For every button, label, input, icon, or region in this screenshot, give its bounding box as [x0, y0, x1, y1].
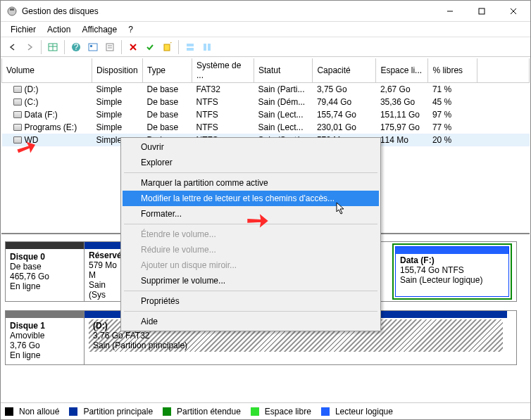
layout2-icon[interactable] [199, 39, 215, 55]
legend-swatch [5, 407, 13, 416]
close-button[interactable] [497, 1, 529, 21]
volume-row[interactable]: Programs (E:)SimpleDe baseNTFSSain (Lect… [2, 121, 530, 134]
svg-text:?: ? [74, 42, 79, 52]
column-header[interactable]: Statut [254, 58, 313, 83]
back-button[interactable] [5, 39, 20, 55]
menubar: FichierActionAffichage? [1, 22, 530, 37]
volume-icon [13, 98, 22, 106]
volume-icon [13, 124, 22, 131]
partition-primary[interactable]: Réservé579 Mo MSain (Sys [85, 242, 124, 301]
svg-rect-11 [89, 44, 97, 51]
context-menu: OuvrirExplorerMarquer la partition comme… [120, 137, 381, 331]
minimize-button[interactable] [434, 1, 466, 21]
context-menu-item[interactable]: Explorer [123, 155, 379, 170]
context-menu-item[interactable]: Modifier la lettre de lecteur et les che… [123, 191, 379, 206]
context-menu-item[interactable]: Propriétés [123, 293, 379, 309]
column-header[interactable]: Disposition [92, 58, 143, 83]
window-title: Gestion des disques [22, 6, 434, 16]
volume-row[interactable]: (D:)SimpleDe baseFAT32Sain (Parti...3,75… [2, 83, 530, 96]
volume-row[interactable]: Data (F:)SimpleDe baseNTFSSain (Lect...1… [2, 108, 530, 121]
svg-rect-22 [204, 44, 206, 51]
column-header[interactable]: Espace li... [376, 58, 428, 83]
column-header[interactable]: % libres [428, 58, 477, 83]
delete-icon[interactable] [125, 39, 141, 55]
svg-rect-3 [479, 8, 485, 14]
context-menu-item[interactable]: Formater... [123, 206, 379, 222]
column-header[interactable]: Type [143, 58, 192, 83]
context-menu-item[interactable]: Supprimer le volume... [123, 273, 379, 288]
context-menu-item[interactable]: Ouvrir [123, 139, 379, 155]
app-icon [6, 6, 18, 17]
svg-text:*: * [170, 42, 172, 49]
context-menu-item: Étendre le volume... [123, 227, 379, 242]
context-menu-item[interactable]: Marquer la partition comme active [123, 175, 379, 191]
legend-swatch [251, 407, 259, 416]
titlebar: Gestion des disques [1, 1, 530, 22]
context-menu-item: Réduire le volume... [123, 242, 379, 257]
context-menu-item[interactable]: Aide [123, 314, 379, 329]
volume-icon [13, 111, 22, 118]
legend-swatch [69, 407, 77, 416]
legend-label: Lecteur logique [335, 407, 393, 416]
svg-rect-18 [164, 44, 170, 51]
view-table-icon[interactable] [45, 39, 61, 55]
settings-icon[interactable] [85, 39, 101, 55]
menu-affichage[interactable]: Affichage [76, 23, 123, 36]
disk-info[interactable]: Disque 0De base465,76 GoEn ligne [6, 242, 85, 301]
new-icon[interactable]: * [159, 39, 175, 55]
disk-info[interactable]: Disque 1Amovible3,76 GoEn ligne [6, 311, 85, 364]
toolbar: ? * [1, 37, 530, 57]
svg-rect-1 [10, 8, 14, 11]
svg-rect-13 [106, 44, 113, 51]
context-menu-item: Ajouter un disque miroir... [123, 257, 379, 273]
legend-bar: Non allouéPartition principalePartition … [1, 402, 530, 419]
legend-label: Partition principale [83, 407, 153, 416]
disk-management-window: Gestion des disques FichierActionAfficha… [0, 0, 531, 420]
properties-icon[interactable] [102, 39, 118, 55]
menu-?[interactable]: ? [123, 23, 139, 36]
check-icon[interactable] [142, 39, 158, 55]
volume-icon [13, 86, 22, 93]
partition-logical[interactable]: Data (F:)155,74 Go NTFSSain (Lecteur log… [395, 246, 509, 297]
svg-rect-23 [208, 44, 211, 51]
volume-icon [13, 136, 22, 144]
column-header[interactable]: Volume [2, 58, 92, 83]
legend-label: Espace libre [265, 407, 311, 416]
legend-swatch [163, 407, 171, 416]
legend-swatch [321, 407, 330, 416]
legend-label: Partition étendue [177, 407, 241, 416]
column-header[interactable]: Système de ... [192, 58, 254, 83]
menu-fichier[interactable]: Fichier [5, 23, 42, 36]
column-header[interactable]: Capacité [313, 58, 376, 83]
legend-label: Non alloué [19, 407, 59, 416]
layout1-icon[interactable] [182, 39, 198, 55]
svg-rect-21 [187, 48, 194, 51]
volume-row[interactable]: (C:)SimpleDe baseNTFSSain (Dém...79,44 G… [2, 96, 530, 108]
menu-action[interactable]: Action [42, 23, 76, 36]
forward-button[interactable] [22, 39, 37, 55]
svg-rect-20 [187, 44, 194, 46]
maximize-button[interactable] [466, 1, 497, 21]
svg-rect-12 [90, 45, 92, 47]
svg-point-0 [8, 7, 16, 15]
help-icon[interactable]: ? [68, 39, 84, 55]
